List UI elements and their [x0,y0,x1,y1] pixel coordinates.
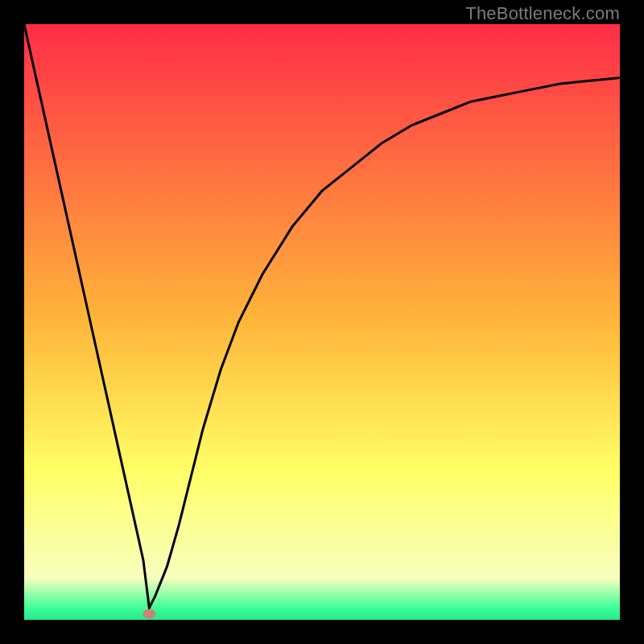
chart-svg [24,24,620,620]
attribution-label: TheBottleneck.com [465,3,620,24]
chart-frame: TheBottleneck.com [0,0,644,644]
plot-area [24,24,620,620]
bottleneck-point-marker [142,609,155,619]
gradient-background [24,24,620,620]
